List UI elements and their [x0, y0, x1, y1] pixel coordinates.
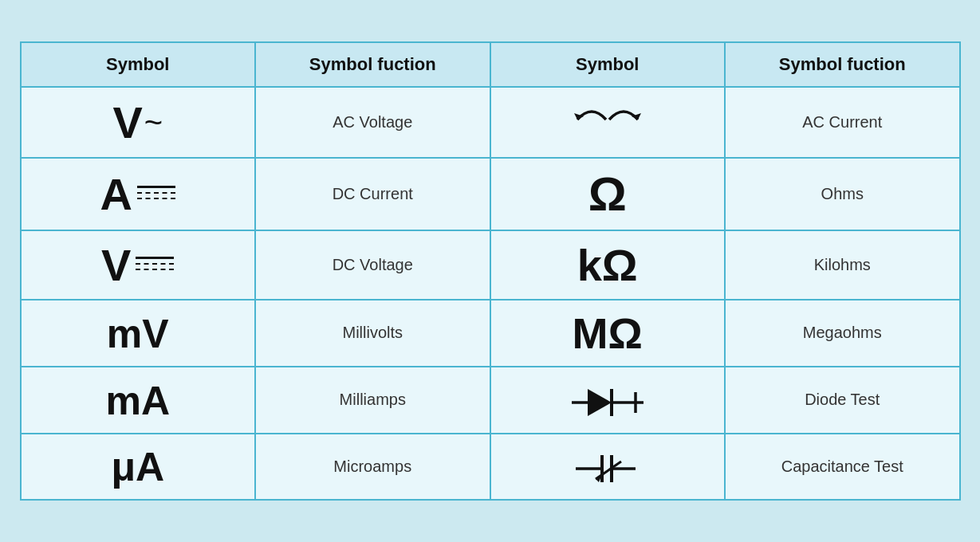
symbol-milliamps: mA [21, 367, 256, 434]
header-function-1: Symbol fuction [255, 42, 490, 87]
symbol-millivolts: mV [21, 300, 256, 367]
function-diode-test: Diode Test [725, 367, 960, 434]
table-row: mV Millivolts MΩ Megaohms [21, 300, 960, 367]
table-row: mA Milliamps [21, 367, 960, 434]
symbol-ohms: Ω [490, 158, 726, 230]
function-ac-voltage: AC Voltage [255, 87, 490, 158]
table-row: A DC Current Ω Ohms [21, 158, 960, 230]
symbol-kilohms: kΩ [490, 230, 726, 300]
symbol-ac-voltage: V ~ [21, 87, 256, 158]
function-dc-current: DC Current [255, 158, 490, 230]
symbol-ac-current [490, 87, 726, 158]
header-function-2: Symbol fuction [725, 42, 960, 87]
header-symbol-2: Symbol [490, 42, 726, 87]
function-milliamps: Milliamps [255, 367, 490, 434]
symbol-diode-test [490, 367, 726, 434]
function-megaohms: Megaohms [725, 300, 960, 367]
function-microamps: Microamps [255, 434, 490, 501]
table-row: V ~ AC Voltage AC Curre [21, 87, 960, 158]
function-kilohms: Kilohms [725, 230, 960, 300]
header-symbol-1: Symbol [21, 42, 256, 87]
symbol-megaohms: MΩ [490, 300, 726, 367]
function-capacitance-test: Capacitance Test [725, 434, 960, 501]
svg-marker-3 [588, 389, 612, 416]
symbols-table: Symbol Symbol fuction Symbol Symbol fuct… [20, 41, 961, 501]
symbol-capacitance-test [490, 434, 726, 501]
function-ohms: Ohms [725, 158, 960, 230]
symbol-dc-voltage: V [21, 230, 256, 300]
table-row: V DC Voltage kΩ Kilohms [21, 230, 960, 300]
function-dc-voltage: DC Voltage [255, 230, 490, 300]
symbol-dc-current: A [21, 158, 256, 230]
main-table-wrapper: Symbol Symbol fuction Symbol Symbol fuct… [20, 41, 961, 501]
function-ac-current: AC Current [725, 87, 960, 158]
function-millivolts: Millivolts [255, 300, 490, 367]
table-row: μA Microamps [21, 434, 960, 501]
symbol-microamps: μA [21, 434, 256, 501]
